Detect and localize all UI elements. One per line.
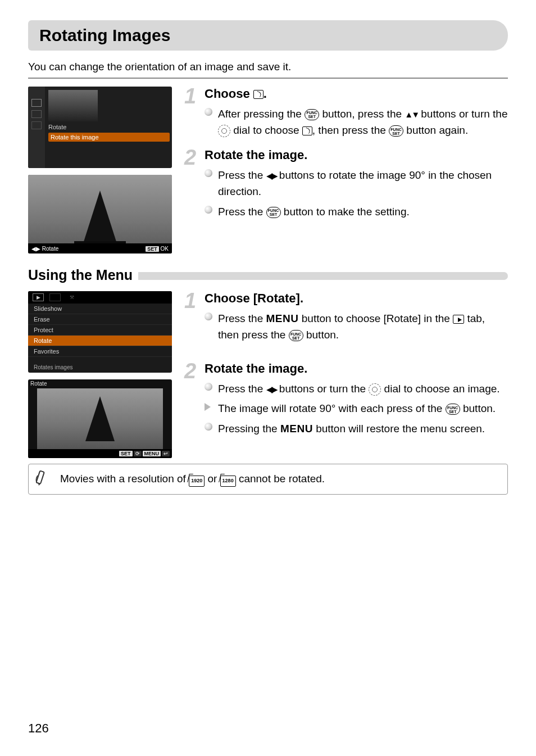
step-a1: 1 Choose . After pressing the FUNCSET bu…	[184, 87, 508, 142]
step-bullet: Press the FUNCSET button to make the set…	[205, 203, 508, 220]
func-set-icon: FUNCSET	[446, 404, 460, 415]
thumbnail	[48, 90, 98, 121]
bullet-icon	[205, 423, 212, 431]
step-title: Choose [Rotate].	[205, 291, 508, 306]
func-set-icon: FUNCSET	[389, 125, 403, 137]
generic-icon	[31, 110, 42, 118]
camera-screenshot-menu-list: ▶ ⚒ Slideshow Erase Protect Rotate Favor…	[28, 291, 172, 373]
tab-icon: ⚒	[66, 293, 78, 301]
bullet-icon	[205, 108, 212, 116]
step-bullet: Press the ◀▶ buttons or turn the dial to…	[205, 381, 508, 397]
back-icon-tag: ↩	[162, 451, 170, 456]
func-set-icon: FUNCSET	[289, 330, 303, 341]
left-right-icon: ◀▶	[266, 384, 276, 394]
step-number: 1	[184, 291, 200, 347]
section-a-columns: Rotate Rotate this image ◀▶ Rotate SET O…	[28, 87, 508, 260]
section-b-columns: ▶ ⚒ Slideshow Erase Protect Rotate Favor…	[28, 291, 508, 458]
section-b-left: ▶ ⚒ Slideshow Erase Protect Rotate Favor…	[28, 291, 174, 458]
rotate-icon-tag: ⟳	[134, 451, 142, 456]
menu-word: MENU	[280, 423, 313, 434]
playback-tab-icon	[453, 315, 464, 324]
set-tag: SET	[146, 246, 159, 252]
step-bullet: Pressing the MENU button will restore th…	[205, 420, 508, 437]
menu-item: Favorites	[28, 346, 172, 357]
generic-icon	[31, 121, 42, 129]
page-title-bar: Rotating Images	[28, 20, 508, 51]
bullet-text: Pressing the MENU button will restore th…	[218, 420, 508, 437]
menu-word: MENU	[266, 313, 299, 324]
step-number: 1	[184, 87, 200, 142]
left-right-icon: ◀▶	[266, 171, 276, 180]
divider	[28, 78, 508, 79]
dial-icon	[218, 125, 230, 137]
step-title: Rotate the image.	[205, 148, 508, 162]
set-tag: SET	[119, 451, 133, 456]
func-set-icon: FUNCSET	[266, 207, 281, 218]
menu-list: Slideshow Erase Protect Rotate Favorites	[28, 304, 172, 357]
subheading-bar: Using the Menu	[28, 264, 508, 291]
bullet-icon	[205, 169, 212, 177]
bullet-icon	[205, 206, 212, 214]
menu-item: Protect	[28, 325, 172, 336]
intro-text: You can change the orientation of an ima…	[28, 61, 508, 73]
rotate-box-icon	[253, 90, 264, 99]
menu-item-selected: Rotate	[28, 336, 172, 346]
step-number: 2	[184, 361, 200, 440]
bullet-text: Press the FUNCSET button to make the set…	[218, 203, 508, 220]
menu-highlight: Rotate this image	[48, 133, 170, 142]
up-down-icon: ▲▼	[405, 110, 418, 119]
note-box: Movies with a resolution of 1920 or 1280…	[28, 464, 508, 495]
section-b-right: 1 Choose [Rotate]. Press the MENU button…	[184, 291, 508, 458]
section-a-left: Rotate Rotate this image ◀▶ Rotate SET O…	[28, 87, 174, 260]
step-bullet: The image will rotate 90° with each pres…	[205, 400, 508, 417]
ok-label: OK	[161, 246, 169, 252]
step-number: 2	[184, 148, 200, 223]
subheading-rule	[138, 272, 508, 280]
camera-screenshot-menu: Rotate Rotate this image	[28, 87, 172, 168]
svg-rect-0	[36, 471, 44, 484]
rotate-box-icon	[31, 99, 42, 107]
step-a2: 2 Rotate the image. Press the ◀▶ buttons…	[184, 148, 508, 223]
note-text: Movies with a resolution of 1920 or 1280…	[60, 471, 499, 487]
step-bullet: Press the MENU button to choose [Rotate]…	[205, 310, 508, 343]
camera-screenshot-rotate-view: Rotate SET ⟳ MENU ↩	[28, 379, 172, 458]
step-title: Rotate the image.	[205, 361, 508, 376]
rotate-header: Rotate	[30, 381, 47, 387]
tab-icon	[49, 293, 61, 301]
bullet-icon	[205, 313, 212, 320]
resolution-1920-icon: 1920	[189, 476, 205, 487]
rotate-box-icon	[302, 126, 312, 135]
page-number: 126	[28, 721, 49, 736]
subheading: Using the Menu	[28, 267, 133, 283]
playback-tab-icon: ▶	[33, 293, 44, 301]
menu-label: Rotate	[48, 124, 66, 130]
menu-tag: MENU	[143, 451, 161, 456]
pencil-icon	[34, 470, 52, 488]
section-a-right: 1 Choose . After pressing the FUNCSET bu…	[184, 87, 508, 260]
camera-screenshot-rotate: ◀▶ Rotate SET OK	[28, 175, 172, 253]
bullet-text: Press the MENU button to choose [Rotate]…	[218, 310, 508, 343]
bullet-text: The image will rotate 90° with each pres…	[218, 400, 508, 417]
menu-footer: Rotates images	[34, 364, 72, 370]
page-title: Rotating Images	[39, 26, 497, 45]
bullet-text: Press the ◀▶ buttons or turn the dial to…	[218, 381, 508, 397]
func-set-icon: FUNCSET	[305, 109, 319, 120]
menu-item: Erase	[28, 314, 172, 325]
step-b1: 1 Choose [Rotate]. Press the MENU button…	[184, 291, 508, 347]
bullet-icon	[205, 383, 212, 391]
bullet-text: Press the ◀▶ buttons to rotate the image…	[218, 167, 508, 200]
menu-item: Slideshow	[28, 304, 172, 314]
step-bullet: Press the ◀▶ buttons to rotate the image…	[205, 167, 508, 200]
step-title: Choose .	[205, 87, 508, 101]
step-bullet: After pressing the FUNCSET button, press…	[205, 106, 508, 139]
rotate-indicator: ◀▶ Rotate	[31, 246, 58, 252]
resolution-1280-icon: 1280	[220, 476, 236, 487]
arrow-bullet-icon	[205, 403, 212, 411]
dial-icon	[369, 383, 381, 396]
bullet-text: After pressing the FUNCSET button, press…	[218, 106, 508, 139]
step-b2: 2 Rotate the image. Press the ◀▶ buttons…	[184, 361, 508, 440]
